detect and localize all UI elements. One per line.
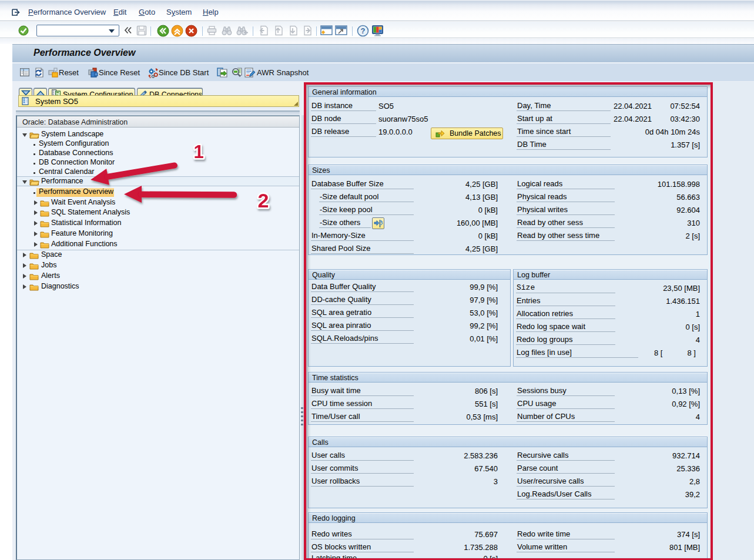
svg-text:?: ?: [361, 26, 366, 35]
